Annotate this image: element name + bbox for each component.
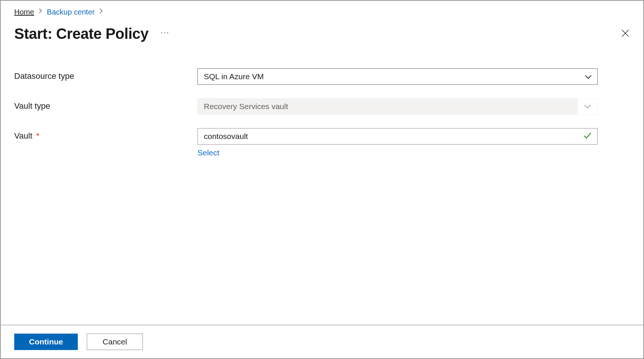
create-policy-form: Datasource type SQL in Azure VM Vault ty… [14, 68, 598, 157]
close-icon [621, 29, 630, 38]
page-title: Start: Create Policy [14, 25, 148, 42]
continue-button[interactable]: Continue [14, 334, 78, 350]
datasource-type-value: SQL in Azure VM [204, 72, 264, 81]
datasource-type-select[interactable]: SQL in Azure VM [197, 68, 598, 85]
label-vault-text: Vault [14, 131, 33, 140]
row-vault: Vault * contosovault Select [14, 128, 598, 157]
vault-value: contosovault [204, 132, 248, 141]
breadcrumb-backup-center[interactable]: Backup center [47, 7, 95, 16]
cancel-button[interactable]: Cancel [87, 334, 143, 350]
row-datasource-type: Datasource type SQL in Azure VM [14, 68, 598, 85]
label-vault-type: Vault type [14, 98, 197, 111]
footer-actions: Continue Cancel [1, 325, 643, 358]
vault-type-value: Recovery Services vault [204, 102, 288, 111]
vault-type-caret [578, 99, 597, 114]
chevron-right-icon [99, 7, 103, 16]
close-button[interactable] [619, 27, 632, 41]
checkmark-icon [583, 132, 592, 141]
vault-input[interactable]: contosovault [197, 128, 598, 145]
chevron-down-icon [585, 72, 592, 81]
breadcrumb-home[interactable]: Home [14, 7, 34, 16]
more-actions-button[interactable]: ··· [160, 28, 169, 40]
chevron-right-icon [39, 7, 42, 16]
page-header: Start: Create Policy ··· [14, 25, 630, 42]
label-datasource-type: Datasource type [14, 68, 197, 81]
required-marker: * [36, 131, 40, 140]
row-vault-type: Vault type Recovery Services vault [14, 98, 598, 115]
label-vault: Vault * [14, 128, 197, 141]
vault-select-link[interactable]: Select [197, 148, 219, 157]
vault-type-select: Recovery Services vault [197, 98, 598, 115]
breadcrumb: Home Backup center [14, 7, 630, 16]
chevron-down-icon [584, 104, 591, 109]
